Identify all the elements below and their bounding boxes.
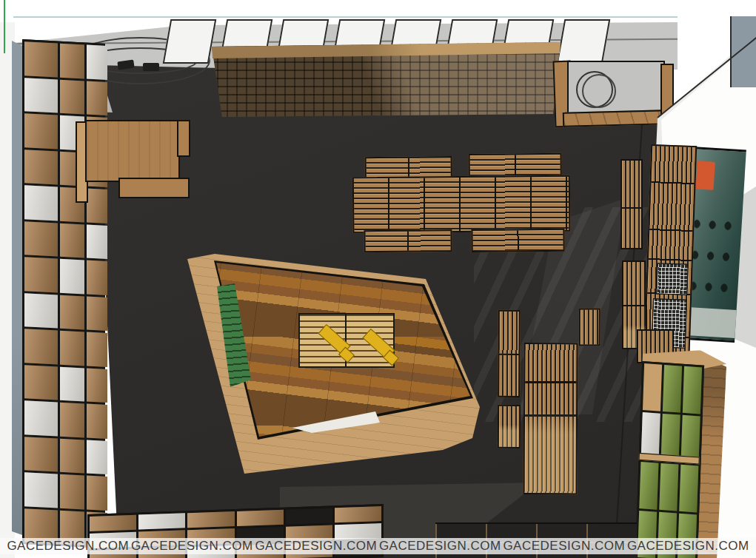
bench-r-2 <box>620 207 643 249</box>
watermark-text: GACEDESIGN.COM <box>627 539 749 554</box>
watermark-strip: GACEDESIGN.COMGACEDESIGN.COMGACEDESIGN.C… <box>0 538 756 554</box>
locker-cell <box>683 366 702 414</box>
table-b-main <box>523 343 578 494</box>
interior-render-canvas: GACEDESIGN.COMGACEDESIGN.COMGACEDESIGN.C… <box>0 0 756 558</box>
wire-basket-1 <box>656 263 688 295</box>
bench-r-1 <box>620 159 643 209</box>
bin-cell <box>286 508 332 524</box>
bin-cell <box>90 515 136 531</box>
locker-cell <box>643 363 662 411</box>
watermark-text: GACEDESIGN.COM <box>131 539 253 554</box>
locker-cell <box>663 365 682 413</box>
bench-b-left-1 <box>498 310 520 357</box>
watermark-text: GACEDESIGN.COM <box>7 539 129 554</box>
locker-cell <box>659 463 678 511</box>
watermark-text: GACEDESIGN.COM <box>255 539 377 554</box>
bin-cell <box>138 513 185 529</box>
locker-cell <box>639 462 658 510</box>
bench-r-3 <box>622 260 646 306</box>
bin-cell <box>237 510 284 526</box>
bin-cell <box>187 511 234 528</box>
axis-line-green <box>4 0 5 53</box>
bench-b-right-1 <box>579 308 601 346</box>
bench-b-left-3 <box>498 405 521 448</box>
bin-cell <box>335 506 381 522</box>
green-locker-unit <box>635 343 732 558</box>
watermark-text: GACEDESIGN.COM <box>503 539 625 554</box>
watermark-text: GACEDESIGN.COM <box>379 539 501 554</box>
bin-cell <box>335 523 381 539</box>
bench-b-left-2 <box>498 354 520 397</box>
locker-cell <box>679 464 698 512</box>
